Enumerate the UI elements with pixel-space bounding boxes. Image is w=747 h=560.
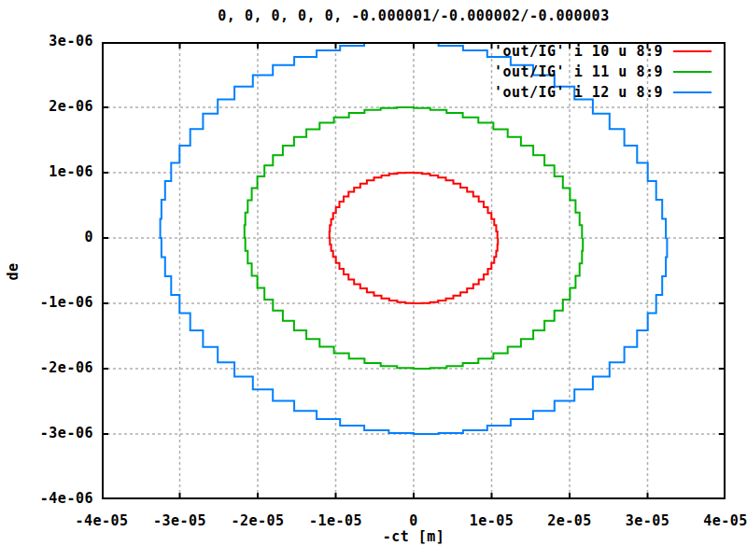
legend-line-sample — [673, 50, 712, 52]
legend: 'out/IG' i 10 u 8:9'out/IG' i 11 u 8:9'o… — [494, 41, 712, 103]
legend-label: 'out/IG' i 11 u 8:9 — [494, 63, 663, 80]
plot-border — [102, 42, 726, 499]
gnuplot-chart-window: 0, 0, 0, 0, 0, -0.000001/-0.000002/-0.00… — [0, 0, 747, 560]
x-tick-label: -2e-05 — [231, 512, 284, 529]
legend-row: 'out/IG' i 11 u 8:9 — [494, 62, 712, 82]
legend-row: 'out/IG' i 10 u 8:9 — [494, 41, 712, 62]
x-tick-label: 4e-05 — [703, 512, 747, 529]
legend-line-sample — [673, 71, 712, 73]
x-tick-label: -4e-05 — [75, 512, 128, 529]
x-axis-label: -ct [m] — [102, 528, 726, 545]
legend-label: 'out/IG' i 10 u 8:9 — [494, 43, 663, 60]
legend-line-sample — [673, 91, 712, 93]
y-tick-label: -3e-06 — [0, 427, 93, 441]
legend-label: 'out/IG' i 12 u 8:9 — [494, 84, 663, 101]
chart-title: 0, 0, 0, 0, 0, -0.000001/-0.000002/-0.00… — [102, 7, 726, 24]
y-axis-label: de — [5, 225, 21, 318]
x-tick-label: 1e-05 — [470, 512, 514, 529]
y-tick-label: -2e-06 — [0, 361, 93, 375]
x-tick-label: -1e-05 — [309, 512, 362, 529]
y-tick-label: 1e-06 — [0, 165, 93, 179]
x-tick-label: -3e-05 — [153, 512, 206, 529]
legend-row: 'out/IG' i 12 u 8:9 — [494, 82, 712, 103]
y-tick-label: -4e-06 — [0, 492, 93, 506]
y-tick-label: 2e-06 — [0, 100, 93, 114]
x-tick-label: 0 — [409, 512, 418, 529]
x-tick-label: 3e-05 — [626, 512, 670, 529]
y-tick-label: 3e-06 — [0, 35, 93, 49]
x-tick-label: 2e-05 — [547, 512, 592, 529]
